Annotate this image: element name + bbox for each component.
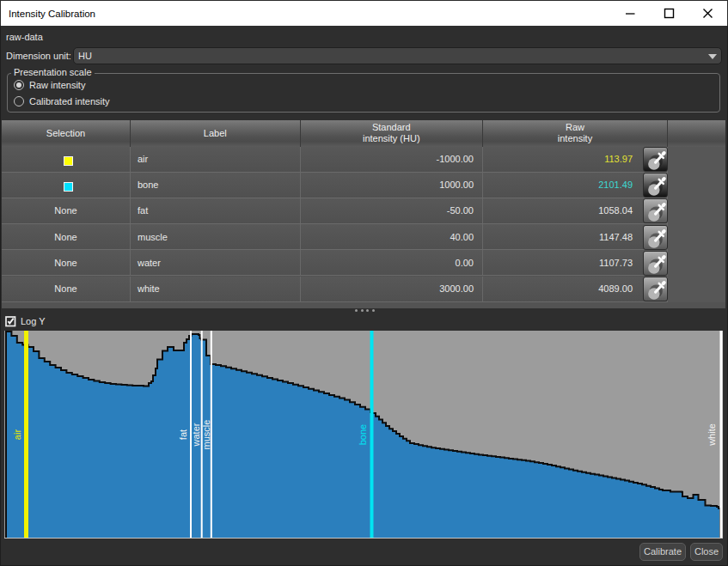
svg-text:white: white <box>707 423 717 447</box>
svg-text:muscle: muscle <box>201 420 211 450</box>
svg-text:fat: fat <box>178 429 188 440</box>
svg-text:bone: bone <box>358 424 368 445</box>
svg-text:air: air <box>12 429 22 441</box>
svg-text:water: water <box>191 423 201 447</box>
